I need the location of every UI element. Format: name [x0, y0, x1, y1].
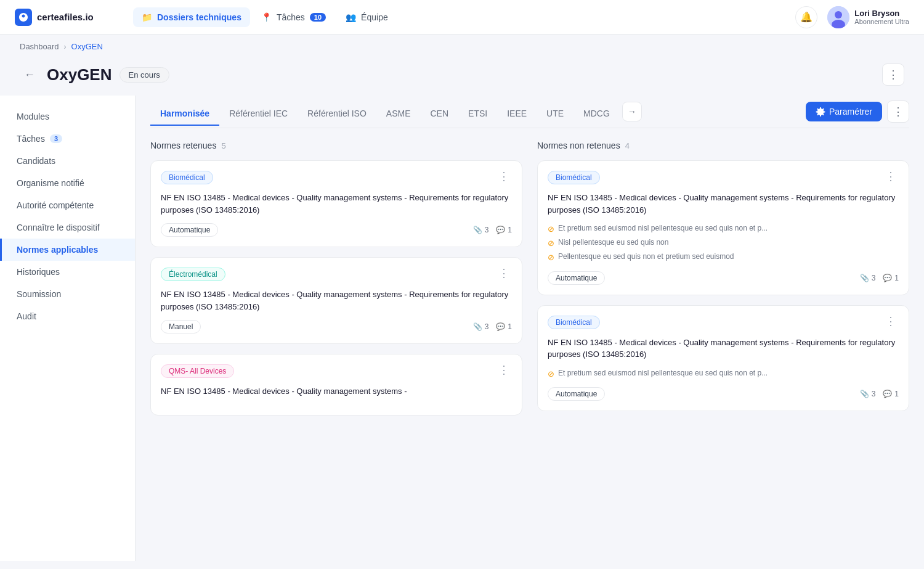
- sidebar-label-organisme: Organisme notifié: [17, 178, 84, 188]
- card-1-footer: Automatique 📎 3 💬 1: [161, 223, 512, 237]
- warning-item-r1-1: ⊘ Et pretium sed euismod nisl pellentesq…: [548, 223, 899, 235]
- card-1-method: Automatique: [161, 223, 218, 237]
- notification-button[interactable]: 🔔: [795, 6, 817, 28]
- page-more-button[interactable]: ⋮: [882, 63, 904, 86]
- sidebar-item-soumission[interactable]: Soumission: [0, 283, 135, 305]
- sidebar-item-organisme[interactable]: Organisme notifié: [0, 172, 135, 194]
- card-3-dots[interactable]: ⋮: [496, 364, 512, 375]
- nav-dossiers[interactable]: 📁 Dossiers techniques: [133, 7, 250, 27]
- card-r1-tag: Biomédical: [548, 171, 600, 184]
- card-2-dots[interactable]: ⋮: [496, 268, 512, 279]
- left-column-count: 5: [221, 141, 225, 150]
- tab-ute[interactable]: UTE: [537, 102, 573, 126]
- tab-mdcg[interactable]: MDCG: [573, 102, 620, 126]
- card-2-title: NF EN ISO 13485 - Medical devices - Qual…: [161, 289, 512, 313]
- card-2-header: Électromédical ⋮: [161, 268, 512, 281]
- page-title: OxyGEN: [47, 65, 112, 84]
- comment-icon-r2: 💬: [883, 390, 892, 398]
- card-r2-attachments: 📎 3: [860, 390, 876, 398]
- card-r2-comments: 💬 1: [883, 390, 899, 398]
- sidebar-label-normes: Normes applicables: [17, 245, 98, 255]
- card-1-comments: 💬 1: [496, 226, 512, 234]
- card-2-attachments: 📎 3: [473, 322, 489, 331]
- tabs-bar: Harmonisée Référentiel IEC Référentiel I…: [150, 96, 909, 128]
- card-r1-title: NF EN ISO 13485 - Medical devices - Qual…: [548, 192, 899, 216]
- left-header-label: Normes retenues: [150, 141, 216, 150]
- nav-taches[interactable]: 📍 Tâches 10: [253, 7, 334, 27]
- card-3-header: QMS- All Devices ⋮: [161, 364, 512, 378]
- sidebar-item-audit[interactable]: Audit: [0, 305, 135, 327]
- nav-right: 🔔 Lori Bryson Abonnement Ultra: [795, 6, 909, 28]
- tab-iso[interactable]: Référentiel ISO: [298, 102, 376, 126]
- tab-iec[interactable]: Référentiel IEC: [219, 102, 298, 126]
- left-column-header: Normes retenues 5: [150, 141, 522, 150]
- cards-area: Normes retenues 5 Biomédical ⋮ NF EN ISO…: [150, 128, 909, 438]
- card-r2-method: Automatique: [548, 387, 605, 401]
- left-column: Normes retenues 5 Biomédical ⋮ NF EN ISO…: [150, 141, 522, 425]
- breadcrumb: Dashboard › OxyGEN: [0, 35, 924, 59]
- user-plan: Abonnement Ultra: [854, 18, 909, 25]
- breadcrumb-parent[interactable]: Dashboard: [20, 42, 59, 51]
- tab-asme[interactable]: ASME: [376, 102, 421, 126]
- breadcrumb-separator: ›: [64, 43, 67, 51]
- warning-text-r1-1: Et pretium sed euismod nisl pellentesque…: [558, 223, 768, 234]
- logo-area[interactable]: certeafiles.io: [15, 9, 113, 26]
- norm-card-r1: Biomédical ⋮ NF EN ISO 13485 - Medical d…: [537, 160, 909, 295]
- page-header: ← OxyGEN En cours ⋮: [0, 59, 924, 96]
- right-header-label: Normes non retenues: [537, 141, 620, 150]
- parametrer-label: Paramétrer: [829, 107, 872, 117]
- sidebar-item-taches[interactable]: Tâches 3: [0, 128, 135, 150]
- paperclip-icon-r1: 📎: [860, 274, 869, 282]
- sidebar-label-soumission: Soumission: [17, 289, 61, 299]
- tab-harmonisee[interactable]: Harmonisée: [150, 102, 219, 126]
- page-header-left: ← OxyGEN En cours: [20, 65, 169, 84]
- user-area[interactable]: Lori Bryson Abonnement Ultra: [827, 6, 909, 28]
- tabs-inner: Harmonisée Référentiel IEC Référentiel I…: [150, 102, 806, 126]
- card-1-attachments: 📎 3: [473, 226, 489, 234]
- card-1-dots[interactable]: ⋮: [496, 171, 512, 182]
- warning-item-r1-3: ⊘ Pellentesque eu sed quis non et pretiu…: [548, 252, 899, 263]
- main-content: Harmonisée Référentiel IEC Référentiel I…: [136, 96, 924, 561]
- card-r2-footer: Automatique 📎 3 💬 1: [548, 387, 899, 401]
- sidebar-item-autorite[interactable]: Autorité compétente: [0, 194, 135, 216]
- card-r1-header: Biomédical ⋮: [548, 171, 899, 184]
- user-name: Lori Bryson: [854, 9, 909, 18]
- paperclip-icon-2: 📎: [473, 322, 482, 331]
- nav-equipe[interactable]: 👥 Équipe: [337, 7, 397, 27]
- card-1-meta: 📎 3 💬 1: [473, 226, 512, 234]
- parametrer-button[interactable]: Paramétrer: [806, 102, 882, 121]
- right-column-count: 4: [625, 141, 630, 150]
- warning-icon-2: ⊘: [548, 238, 554, 249]
- tab-etsi[interactable]: ETSI: [458, 102, 497, 126]
- card-r1-dots[interactable]: ⋮: [883, 171, 899, 182]
- sidebar-item-historiques[interactable]: Historiques: [0, 261, 135, 283]
- logo-text: certeafiles.io: [37, 12, 94, 22]
- warning-text-r1-2: Nisl pellentesque eu sed quis non: [558, 237, 668, 248]
- card-r2-meta: 📎 3 💬 1: [860, 390, 899, 398]
- tabs-more-button[interactable]: ⋮: [887, 100, 909, 123]
- tab-cen[interactable]: CEN: [421, 102, 459, 126]
- paperclip-icon-r2: 📎: [860, 390, 869, 398]
- taches-badge: 10: [310, 13, 326, 22]
- tabs-arrow-button[interactable]: →: [622, 102, 642, 121]
- warning-icon-3: ⊘: [548, 252, 554, 263]
- tab-ieee[interactable]: IEEE: [497, 102, 537, 126]
- card-r2-dots[interactable]: ⋮: [883, 316, 899, 327]
- sidebar-item-normes[interactable]: Normes applicables: [0, 239, 135, 261]
- tabs-actions: Paramétrer ⋮: [806, 100, 909, 128]
- card-2-meta: 📎 3 💬 1: [473, 322, 512, 331]
- pin-icon: 📍: [261, 12, 272, 22]
- sidebar-item-modules[interactable]: Modules: [0, 105, 135, 128]
- sidebar-label-candidats: Candidats: [17, 156, 55, 166]
- card-2-footer: Manuel 📎 3 💬 1: [161, 320, 512, 334]
- team-icon: 👥: [346, 12, 356, 22]
- folder-icon: 📁: [142, 12, 152, 22]
- back-button[interactable]: ←: [20, 65, 39, 84]
- card-3-title: NF EN ISO 13485 - Medical devices - Qual…: [161, 385, 512, 398]
- sidebar-label-historiques: Historiques: [17, 267, 60, 277]
- sidebar-item-connaitre[interactable]: Connaître le dispositif: [0, 216, 135, 239]
- sidebar-item-candidats[interactable]: Candidats: [0, 150, 135, 172]
- norm-card-3: QMS- All Devices ⋮ NF EN ISO 13485 - Med…: [150, 354, 522, 415]
- card-r1-attachments: 📎 3: [860, 274, 876, 282]
- breadcrumb-current: OxyGEN: [71, 42, 103, 51]
